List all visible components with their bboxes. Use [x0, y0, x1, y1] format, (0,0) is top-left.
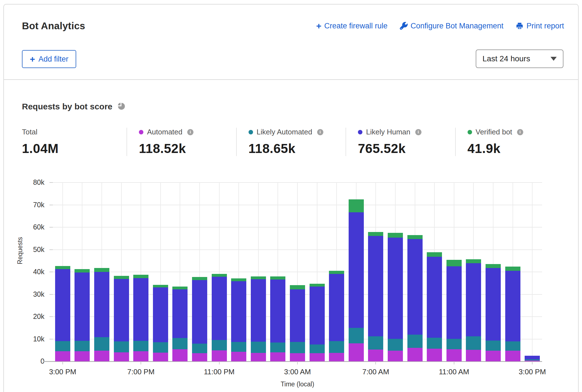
bar-segment-likely-human: [251, 279, 266, 342]
stacked-bar-100pm[interactable]: [486, 264, 501, 361]
stacked-bar-700am[interactable]: [368, 232, 383, 361]
bar-segment-likely-automated: [368, 336, 383, 350]
bar-segment-verified-bot: [231, 278, 246, 281]
page-title: Bot Analytics: [22, 20, 85, 31]
add-filter-button[interactable]: + Add filter: [22, 50, 76, 68]
stat-likely-automated: Likely Automated i 118.65k: [236, 128, 346, 156]
x-axis-tick: [532, 361, 533, 364]
x-axis-tick: [219, 361, 220, 364]
stacked-bar-900am[interactable]: [407, 235, 423, 361]
stacked-bar-1000pm[interactable]: [192, 277, 207, 361]
y-tick-label: 30k: [11, 290, 44, 298]
bar-segment-verified-bot: [505, 267, 520, 271]
bar-segment-likely-automated: [407, 335, 423, 348]
bar-segment-likely-automated: [388, 339, 403, 351]
stacked-bar-100am[interactable]: [251, 276, 266, 361]
configure-bot-management-link[interactable]: Configure Bot Management: [400, 22, 503, 30]
bar-segment-likely-human: [114, 279, 129, 341]
bar-segment-likely-automated: [114, 341, 129, 352]
bar-segment-verified-bot: [388, 233, 403, 238]
bar-segment-automated: [368, 350, 383, 361]
stat-label: Automated: [147, 128, 182, 136]
bar-segment-verified-bot: [192, 277, 207, 280]
bar-segment-likely-automated: [290, 342, 305, 353]
requests-by-bot-score-chart: 010k20k30k40k50k60k70k80k3:00 PM7:00 PM1…: [53, 183, 542, 361]
card-header: Bot Analytics + Create firewall rule Con…: [4, 4, 578, 80]
verified-bot-legend-dot: [468, 130, 472, 134]
stacked-bar-300pm[interactable]: [525, 356, 540, 361]
stacked-bar-1100pm[interactable]: [212, 274, 227, 361]
stacked-bar-800pm[interactable]: [153, 285, 168, 361]
stacked-bar-1200am[interactable]: [231, 278, 246, 361]
bar-segment-likely-automated: [251, 342, 266, 353]
y-axis-tick: [49, 182, 53, 183]
bar-segment-likely-automated: [231, 342, 246, 352]
stacked-bar-300am[interactable]: [290, 285, 305, 361]
bar-segment-automated: [290, 353, 305, 361]
bar-segment-automated: [55, 351, 70, 361]
y-tick-label: 40k: [11, 268, 44, 276]
bar-segment-verified-bot: [153, 285, 168, 287]
bar-segment-verified-bot: [133, 275, 148, 278]
x-axis-tick: [141, 361, 141, 364]
stacked-bar-500pm[interactable]: [94, 268, 109, 361]
bar-segment-automated: [94, 351, 109, 361]
stacked-bar-400am[interactable]: [310, 284, 325, 361]
bar-segment-likely-automated: [466, 336, 481, 350]
bar-segment-likely-automated: [525, 359, 540, 361]
bar-segment-verified-bot: [55, 266, 70, 269]
bar-segment-likely-automated: [75, 341, 90, 351]
bar-segment-likely-human: [212, 277, 227, 340]
bar-segment-verified-bot: [114, 276, 129, 279]
automated-legend-dot: [139, 130, 143, 134]
bar-segment-likely-automated: [94, 337, 109, 351]
stacked-bar-800am[interactable]: [388, 233, 403, 361]
stacked-bar-700pm[interactable]: [133, 275, 148, 361]
bar-segment-likely-human: [192, 280, 207, 344]
bar-segment-likely-human: [133, 278, 148, 341]
bar-segment-likely-automated: [153, 342, 168, 353]
stat-value: 118.65k: [249, 141, 340, 156]
stacked-bar-200am[interactable]: [270, 276, 285, 361]
stacked-bar-500am[interactable]: [329, 271, 344, 361]
gridline-vertical: [532, 183, 533, 361]
bar-segment-automated: [446, 349, 462, 361]
info-icon[interactable]: i: [517, 129, 523, 135]
stacked-bar-900pm[interactable]: [172, 287, 188, 361]
y-axis-tick: [49, 316, 53, 317]
stacked-bar-1200pm[interactable]: [466, 259, 481, 361]
info-icon[interactable]: i: [415, 129, 421, 135]
stacked-bar-400pm[interactable]: [75, 269, 90, 361]
bar-segment-likely-automated: [270, 343, 285, 352]
y-axis-tick: [49, 227, 53, 227]
stacked-bar-1100am[interactable]: [446, 260, 462, 361]
info-icon[interactable]: i: [317, 129, 323, 135]
bar-segment-likely-human: [94, 272, 109, 337]
bar-segment-automated: [427, 349, 442, 361]
create-firewall-rule-link[interactable]: + Create firewall rule: [316, 21, 387, 30]
stacked-bar-600am[interactable]: [349, 199, 364, 361]
x-tick-label: 3:00 PM: [519, 368, 546, 376]
bar-segment-verified-bot: [368, 232, 383, 236]
stat-automated: Automated i 118.52k: [127, 128, 236, 156]
bar-segment-likely-human: [505, 271, 520, 341]
bar-segment-likely-automated: [310, 344, 325, 353]
stacked-bar-1000am[interactable]: [427, 252, 442, 361]
bar-segment-automated: [270, 352, 285, 361]
stacked-bar-200pm[interactable]: [505, 267, 520, 361]
bar-segment-automated: [192, 353, 207, 361]
bar-segment-verified-bot: [466, 259, 481, 263]
stacked-bar-600pm[interactable]: [114, 276, 129, 361]
x-axis-tick: [297, 361, 298, 364]
bar-segment-automated: [407, 348, 423, 361]
create-firewall-rule-label: Create firewall rule: [324, 22, 387, 30]
info-icon[interactable]: i: [187, 129, 193, 135]
print-report-link[interactable]: Print report: [516, 22, 564, 30]
bar-segment-verified-bot: [270, 276, 285, 280]
stacked-bar-300pm[interactable]: [55, 266, 70, 361]
x-axis-tick: [62, 361, 63, 364]
stat-label: Verified bot: [476, 128, 512, 136]
x-tick-label: 3:00 AM: [284, 368, 311, 376]
time-range-dropdown[interactable]: Last 24 hours: [476, 49, 563, 68]
bar-segment-likely-automated: [446, 339, 462, 349]
